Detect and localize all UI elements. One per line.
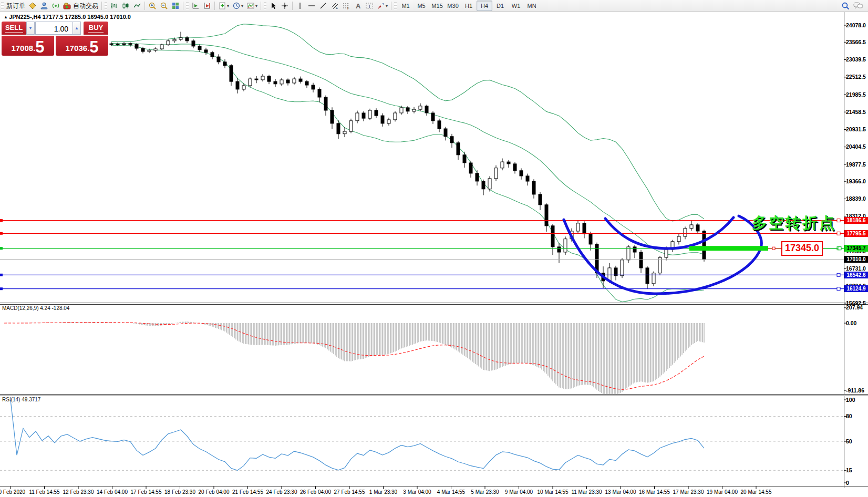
level-price-tag[interactable]: 16542.6 [844, 272, 868, 278]
price-tick-label: 21458.5 [846, 109, 868, 116]
time-axis-label: 17 Feb 14:55 [131, 489, 162, 495]
buy-button[interactable]: BUY [84, 22, 108, 35]
time-axis-label: 27 Feb 14:55 [334, 489, 365, 495]
auto-scroll-icon[interactable] [190, 1, 201, 11]
symbol-triangle-icon: ▲ [4, 15, 9, 19]
signal-icon[interactable] [50, 1, 61, 11]
macd-tick-label: 0.00 [846, 320, 868, 327]
price-tick-label: 23566.5 [846, 39, 868, 46]
price-tick-label: 20404.5 [846, 143, 868, 150]
periods-button[interactable]: ▾ [231, 1, 245, 11]
rsi-tick-label: 0 [846, 480, 868, 486]
timeframe-mn[interactable]: MN [524, 1, 540, 11]
chart-shift-icon[interactable] [201, 1, 213, 11]
time-axis-label: 21 Feb 14:55 [232, 489, 263, 495]
time-axis-label: 17 Mar 23:30 [673, 489, 704, 495]
time-axis-label: 20 Feb 04:00 [199, 489, 230, 495]
time-axis-label: 4 Mar 14:55 [437, 489, 465, 495]
text-tool[interactable]: A [352, 1, 364, 11]
timeframe-m15[interactable]: M15 [429, 1, 445, 11]
timeframe-m1[interactable]: M1 [398, 1, 414, 11]
tile-windows-icon[interactable] [170, 1, 181, 11]
accounts-icon[interactable] [38, 1, 50, 11]
bar-chart-icon[interactable] [108, 1, 120, 11]
rsi-tick-label: 100 [846, 397, 868, 403]
time-axis-label: 9 Mar 04:00 [505, 489, 533, 495]
chat-icon[interactable] [852, 1, 865, 11]
time-axis-label: 18 Feb 23:30 [164, 489, 195, 495]
timeframe-d1[interactable]: D1 [492, 1, 508, 11]
sell-button[interactable]: SELL [2, 22, 26, 35]
price-tick-label: 19877.5 [846, 161, 868, 168]
timeframe-h4[interactable]: H4 [477, 1, 492, 11]
level-price-tag[interactable]: 17345.7 [844, 245, 868, 252]
price-tick-label: 21985.5 [846, 91, 868, 98]
svg-text:T: T [368, 4, 371, 9]
main-chart-area[interactable] [0, 12, 844, 303]
time-axis-label: 3 Mar 04:00 [403, 489, 431, 495]
timeframe-h1[interactable]: H1 [461, 1, 477, 11]
level-price-tag[interactable]: 16124.9 [844, 285, 868, 292]
zoom-out-icon[interactable] [158, 1, 170, 11]
rsi-label: RSI(14) 49.3717 [2, 397, 40, 402]
svg-text:E: E [336, 6, 338, 9]
time-axis-label: 26 Feb 04:00 [300, 489, 331, 495]
indicators-button[interactable]: ▾ [245, 1, 259, 11]
time-axis-label: 12 Feb 23:30 [63, 489, 94, 495]
one-click-trading-panel: SELL ▼ ▲ BUY 17008.5 17036.5 [2, 22, 108, 56]
vertical-line-tool[interactable] [294, 1, 306, 11]
price-tick-label: 23039.5 [846, 56, 868, 63]
time-axis-label: 14 Feb 04:00 [97, 489, 128, 495]
toolbar-grip [1, 2, 4, 9]
rsi-tick-label: 50 [846, 438, 868, 445]
rsi-tick-label: 80 [846, 413, 868, 420]
main-toolbar: 新订单 自动交易 ▾ ▾ ▾ E F A T ▾ M [0, 0, 868, 12]
sell-price[interactable]: 17008.5 [2, 36, 54, 56]
macd-panel-area[interactable] [0, 304, 844, 394]
search-icon[interactable] [840, 1, 852, 11]
chevron-down-icon: ▾ [386, 4, 388, 8]
current-price-tag: 17010.0 [844, 256, 868, 263]
timeframe-m5[interactable]: M5 [414, 1, 429, 11]
crosshair-tool[interactable] [279, 1, 291, 11]
macd-label: MACD(12,26,9) 4.24 -128.04 [2, 305, 69, 311]
price-callout-box[interactable]: 17345.0 [781, 241, 823, 256]
equidistant-channel-tool[interactable]: E [329, 1, 340, 11]
text-label-tool[interactable]: T [364, 1, 375, 11]
new-order-button[interactable]: 新订单 [5, 1, 27, 11]
arrows-tool[interactable]: ▾ [375, 1, 389, 11]
horizontal-line-tool[interactable] [306, 1, 317, 11]
time-axis-label: 10 Mar 14:55 [538, 489, 569, 495]
time-axis-label: 11 Mar 23:30 [571, 489, 602, 495]
price-tick-label: 20931.5 [846, 126, 868, 133]
level-price-tag[interactable]: 18186.6 [844, 217, 868, 224]
auto-trading-icon [63, 2, 71, 10]
order-tag-icon[interactable] [27, 1, 38, 11]
auto-trading-button[interactable]: 自动交易 [61, 1, 100, 11]
rsi-tick-label: 15 [846, 467, 868, 474]
line-chart-icon[interactable] [131, 1, 143, 11]
time-axis-label: 10 Feb 2020 [0, 489, 25, 495]
svg-text:A: A [356, 2, 361, 10]
zoom-in-icon[interactable] [147, 1, 158, 11]
buy-price[interactable]: 17036.5 [56, 36, 108, 56]
time-axis-label: 19 Mar 04:00 [707, 489, 738, 495]
cursor-tool[interactable] [267, 1, 279, 11]
level-price-tag[interactable]: 17795.5 [844, 230, 868, 237]
new-chart-button[interactable]: ▾ [216, 1, 231, 11]
price-tick-label: 19366.0 [846, 178, 868, 185]
price-tick-label: 18839.0 [846, 195, 868, 202]
time-axis-label: 16 Mar 14:55 [639, 489, 670, 495]
volume-increase-button[interactable]: ▲ [73, 22, 81, 35]
time-axis-label: 11 Feb 14:55 [29, 489, 59, 495]
rsi-panel-area[interactable] [0, 396, 844, 486]
fibonacci-tool[interactable]: F [340, 1, 352, 11]
volume-input[interactable] [35, 22, 73, 35]
candlestick-chart-icon[interactable] [120, 1, 131, 11]
volume-decrease-button[interactable]: ▼ [26, 22, 35, 35]
price-tick-label: 24078.0 [846, 22, 868, 29]
timeframe-w1[interactable]: W1 [508, 1, 524, 11]
timeframe-m30[interactable]: M30 [445, 1, 461, 11]
trendline-tool[interactable] [317, 1, 329, 11]
chart-title: ▲ JPN225-,H4 17177.5 17285.0 16945.0 170… [4, 14, 131, 20]
